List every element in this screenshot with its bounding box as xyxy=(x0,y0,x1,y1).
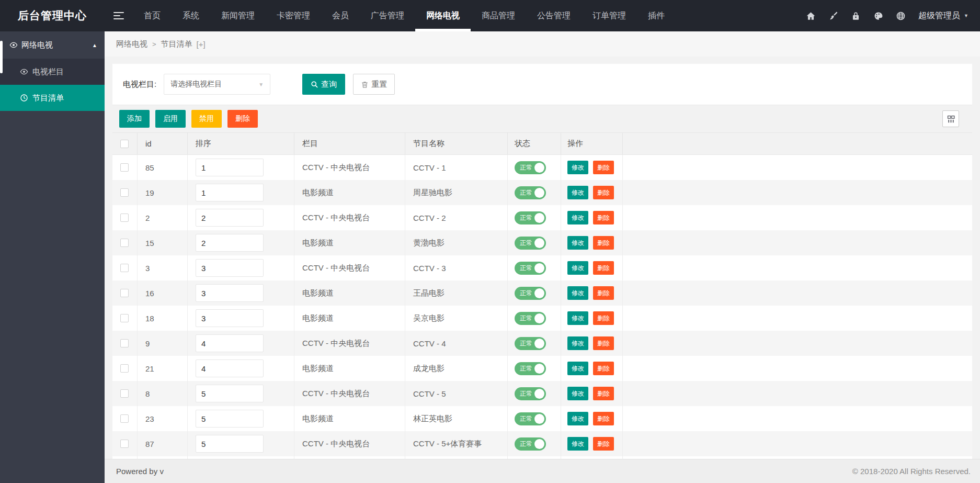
delete-row-button[interactable]: 删除 xyxy=(593,412,614,425)
delete-row-button[interactable]: 删除 xyxy=(593,261,614,275)
sort-input[interactable] xyxy=(196,184,264,201)
delete-row-button[interactable]: 删除 xyxy=(593,286,614,300)
delete-row-button[interactable]: 删除 xyxy=(593,336,614,350)
sidebar-item-tv-channels[interactable]: 电视栏目 xyxy=(0,59,105,85)
select-all-checkbox[interactable] xyxy=(120,140,129,148)
breadcrumb-open-tab[interactable]: [+] xyxy=(197,40,206,49)
status-toggle[interactable]: 正常 xyxy=(515,362,546,375)
row-checkbox[interactable] xyxy=(120,339,129,347)
broom-icon[interactable] xyxy=(828,11,838,21)
edit-button[interactable]: 修改 xyxy=(567,362,588,375)
row-checkbox[interactable] xyxy=(120,314,129,322)
sort-input[interactable] xyxy=(196,209,264,227)
column-filter-button[interactable] xyxy=(942,110,959,127)
collapse-menu-icon[interactable] xyxy=(105,0,133,31)
status-toggle[interactable]: 正常 xyxy=(515,437,546,451)
delete-row-button[interactable]: 删除 xyxy=(593,387,614,400)
status-toggle[interactable]: 正常 xyxy=(515,387,546,400)
row-checkbox[interactable] xyxy=(120,163,129,172)
row-checkbox[interactable] xyxy=(120,414,129,423)
edit-button[interactable]: 修改 xyxy=(567,336,588,350)
sidebar-item-program-list[interactable]: 节目清单 xyxy=(0,85,105,111)
status-label: 正常 xyxy=(520,214,532,222)
nav-item-ads[interactable]: 广告管理 xyxy=(360,0,415,31)
row-checkbox[interactable] xyxy=(120,264,129,272)
palette-icon[interactable] xyxy=(873,11,883,21)
column-header-actions[interactable]: 操作 xyxy=(561,133,623,154)
nav-item-iptv[interactable]: 网络电视 xyxy=(415,0,471,31)
nav-item-news[interactable]: 新闻管理 xyxy=(210,0,266,31)
delete-row-button[interactable]: 删除 xyxy=(593,161,614,174)
status-toggle[interactable]: 正常 xyxy=(515,312,546,325)
sidebar-scrollbar[interactable] xyxy=(0,41,3,73)
status-toggle[interactable]: 正常 xyxy=(515,211,546,224)
nav-item-notice[interactable]: 公告管理 xyxy=(526,0,582,31)
status-toggle[interactable]: 正常 xyxy=(515,337,546,350)
sort-input[interactable] xyxy=(196,385,264,402)
nav-item-plugins[interactable]: 插件 xyxy=(637,0,676,31)
nav-item-orders[interactable]: 订单管理 xyxy=(582,0,637,31)
status-toggle[interactable]: 正常 xyxy=(515,412,546,425)
status-toggle[interactable]: 正常 xyxy=(515,186,546,199)
sort-input[interactable] xyxy=(196,159,264,176)
delete-row-button[interactable]: 删除 xyxy=(593,211,614,224)
row-checkbox[interactable] xyxy=(120,389,129,398)
enable-button[interactable]: 启用 xyxy=(155,110,186,128)
row-checkbox[interactable] xyxy=(120,214,129,222)
sort-input[interactable] xyxy=(196,334,264,352)
edit-button[interactable]: 修改 xyxy=(567,161,588,174)
breadcrumb-link[interactable]: 网络电视 xyxy=(116,39,147,49)
row-checkbox[interactable] xyxy=(120,239,129,247)
status-toggle[interactable]: 正常 xyxy=(515,262,546,275)
edit-button[interactable]: 修改 xyxy=(567,311,588,325)
edit-button[interactable]: 修改 xyxy=(567,286,588,300)
column-header-status[interactable]: 状态 xyxy=(508,133,561,154)
sort-input[interactable] xyxy=(196,410,264,428)
nav-item-system[interactable]: 系统 xyxy=(172,0,210,31)
delete-button[interactable]: 删除 xyxy=(227,110,258,128)
sort-input[interactable] xyxy=(196,360,264,377)
sort-input[interactable] xyxy=(196,309,264,327)
column-header-program[interactable]: 节目名称 xyxy=(405,133,508,154)
nav-item-home[interactable]: 首页 xyxy=(133,0,172,31)
row-checkbox[interactable] xyxy=(120,364,129,373)
row-checkbox[interactable] xyxy=(120,289,129,297)
edit-button[interactable]: 修改 xyxy=(567,387,588,400)
sort-input[interactable] xyxy=(196,259,264,277)
edit-button[interactable]: 修改 xyxy=(567,236,588,250)
row-checkbox[interactable] xyxy=(120,188,129,197)
sort-input[interactable] xyxy=(196,284,264,302)
status-toggle[interactable]: 正常 xyxy=(515,161,546,174)
column-header-id[interactable]: id xyxy=(138,133,188,154)
reset-button[interactable]: 重置 xyxy=(353,74,395,95)
search-button[interactable]: 查询 xyxy=(302,74,345,95)
status-toggle[interactable]: 正常 xyxy=(515,237,546,250)
edit-button[interactable]: 修改 xyxy=(567,261,588,275)
delete-row-button[interactable]: 删除 xyxy=(593,236,614,250)
delete-row-button[interactable]: 删除 xyxy=(593,362,614,375)
edit-button[interactable]: 修改 xyxy=(567,186,588,199)
column-header-sort[interactable]: 排序 xyxy=(188,133,294,154)
user-menu[interactable]: 超级管理员 ▼ xyxy=(918,10,968,21)
delete-row-button[interactable]: 删除 xyxy=(593,437,614,451)
sort-input[interactable] xyxy=(196,234,264,252)
edit-button[interactable]: 修改 xyxy=(567,412,588,425)
channel-select[interactable]: 请选择电视栏目 ▼ xyxy=(164,74,270,95)
row-checkbox[interactable] xyxy=(120,440,129,448)
sidebar-group-iptv[interactable]: 网络电视 ▲ xyxy=(0,31,105,59)
delete-row-button[interactable]: 删除 xyxy=(593,186,614,199)
edit-button[interactable]: 修改 xyxy=(567,211,588,224)
delete-row-button[interactable]: 删除 xyxy=(593,311,614,325)
nav-item-goods[interactable]: 商品管理 xyxy=(471,0,526,31)
add-button[interactable]: 添加 xyxy=(119,110,150,128)
edit-button[interactable]: 修改 xyxy=(567,437,588,451)
column-header-channel[interactable]: 栏目 xyxy=(294,133,405,154)
globe-icon[interactable] xyxy=(896,11,906,21)
sort-input[interactable] xyxy=(196,435,264,453)
home-icon[interactable] xyxy=(806,11,816,21)
status-toggle[interactable]: 正常 xyxy=(515,287,546,300)
lock-icon[interactable] xyxy=(851,11,861,21)
nav-item-member[interactable]: 会员 xyxy=(321,0,360,31)
disable-button[interactable]: 禁用 xyxy=(191,110,222,128)
nav-item-cardkey[interactable]: 卡密管理 xyxy=(266,0,321,31)
